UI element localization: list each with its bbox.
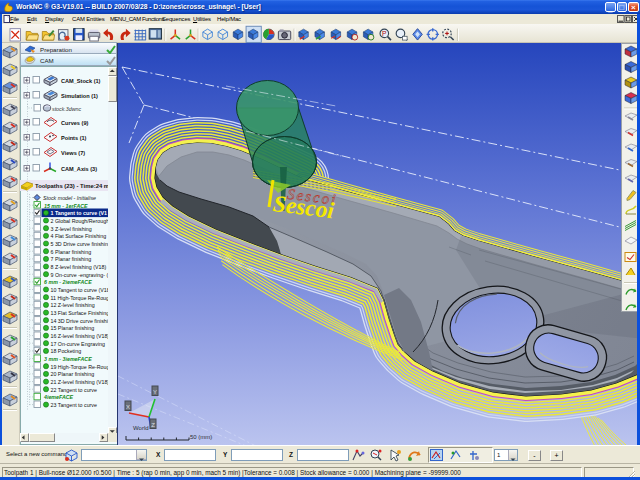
svg-text:P: P [382,30,387,37]
svg-text:6 Planar finishing: 6 Planar finishing [51,249,92,255]
svg-text:CAM_Stock (1): CAM_Stock (1) [61,78,101,84]
svg-text:Toolpaths (23) - Time:24 m: Toolpaths (23) - Time:24 m [35,183,109,189]
svg-text:Points (1): Points (1) [61,135,87,141]
svg-text:1 Tangent to curve (V1: 1 Tangent to curve (V1 [51,210,107,216]
svg-text:16 Z-level finishing (V18): 16 Z-level finishing (V18) [51,333,110,339]
svg-text:Simulation (1): Simulation (1) [61,93,98,99]
svg-text:19 High-Torque Re-Roughi: 19 High-Torque Re-Roughi [51,364,114,370]
svg-text:Stock model - Initialise: Stock model - Initialise [43,195,96,201]
svg-text:World: World [133,425,149,431]
svg-text:4iemeFACE: 4iemeFACE [43,394,74,400]
svg-text:3 mm - 3iemeFACE: 3 mm - 3iemeFACE [44,356,92,362]
svg-text:50 (mm): 50 (mm) [190,434,212,440]
svg-text:Views (7): Views (7) [61,150,85,156]
svg-text:15 mm - 1erFACE: 15 mm - 1erFACE [44,203,88,209]
svg-text:10 Tangent to curve (V18): 10 Tangent to curve (V18) [51,287,112,293]
svg-text:14 3D Drive curve finishing: 14 3D Drive curve finishing [51,318,114,324]
svg-text:22 Tangent to curve: 22 Tangent to curve [51,387,97,393]
svg-text:Curves (9): Curves (9) [61,120,88,126]
svg-text:21 Z-level finishing (V18): 21 Z-level finishing (V18) [51,379,110,385]
svg-text:stock.3dwnc: stock.3dwnc [52,106,81,112]
svg-text:3 Z-level finishing: 3 Z-level finishing [51,226,92,232]
svg-text:6 mm - 2iemeFACE: 6 mm - 2iemeFACE [44,279,92,285]
svg-text:17 On-curve Engraving: 17 On-curve Engraving [51,341,106,347]
svg-text:4 Flat Surface Finishing: 4 Flat Surface Finishing [51,233,107,239]
svg-text:5 3D Drive curve finishing: 5 3D Drive curve finishing [51,241,111,247]
svg-text:X: X [126,404,130,410]
svg-text:12 Z-level finishing: 12 Z-level finishing [51,302,95,308]
svg-text:9 On-curve -engraving- (V: 9 On-curve -engraving- (V [51,272,113,278]
svg-text:11 High-Torque Re-Roughi: 11 High-Torque Re-Roughi [51,295,114,301]
svg-text:18 Pocketing: 18 Pocketing [51,348,82,354]
svg-text:7 Planar finishing: 7 Planar finishing [51,256,92,262]
svg-text:20 Planar finishing: 20 Planar finishing [51,371,95,377]
svg-text:Z: Z [151,422,155,428]
svg-text:Y: Y [153,389,157,395]
svg-text:2 Global Rough/Rerough: 2 Global Rough/Rerough [51,218,110,224]
svg-text:8 Z-level finishing (V18): 8 Z-level finishing (V18) [51,264,107,270]
svg-text:13 Flat Surface Finishing: 13 Flat Surface Finishing [51,310,110,316]
svg-text:CAM_Axis (3): CAM_Axis (3) [61,166,97,172]
svg-text:23 Tangent to curve: 23 Tangent to curve [51,402,97,408]
svg-text:15 Planar finishing: 15 Planar finishing [51,325,95,331]
